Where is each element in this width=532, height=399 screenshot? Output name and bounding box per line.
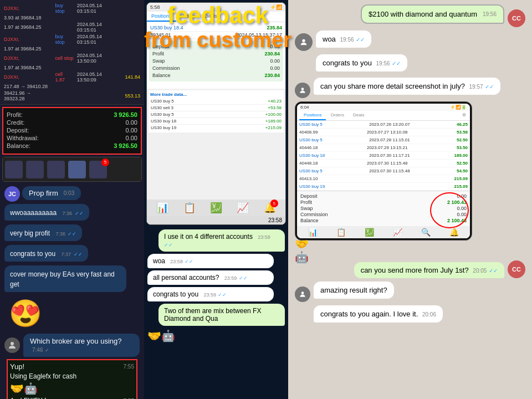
woa-text: wwoaaaaaaaaa <box>10 209 57 217</box>
balance-lbl2: Balance <box>152 73 171 78</box>
profit-box: Profit: 3 926.50 Credit: 0.00 Deposit: 0… <box>2 107 142 155</box>
broker-text: Which broker are you using? <box>30 337 121 345</box>
rchat-send-more-row: can you send more from July 1st? 20:05 ✓… <box>295 260 525 278</box>
msg-personal: all personal accounts? 23:59 ✓✓ <box>147 270 274 285</box>
msg-congrats2: congrats to you 23:59 ✓✓ <box>147 287 274 301</box>
nav-notify[interactable]: 🔔5 <box>264 202 276 214</box>
bigprofit-checks: ✓✓ <box>68 231 76 237</box>
rchat-congrats-again-text: congrats to you again. I love it. <box>320 310 418 318</box>
trading-table: DJXXr, buy stop 2024.05.14 03:15:01 3.93… <box>0 0 144 105</box>
rphone-signal: ⚡📶🔋 <box>450 105 467 110</box>
withdrawal-value: 0.00 <box>126 135 137 141</box>
rphone-settings[interactable]: ⚙ <box>461 111 468 120</box>
rchat-woa-checks: ✓✓ <box>356 37 365 43</box>
rnav-list[interactable]: 📋 <box>336 228 346 237</box>
svg-point-2 <box>301 88 304 90</box>
rphone-summary: Deposit 0.00 Profit 2 100.43 Swap 0.00 C… <box>297 191 470 226</box>
rnav-notify[interactable]: 🔔 <box>449 228 459 237</box>
commission-val: 0.00 <box>270 65 280 71</box>
rphone-nav: 📊 📋 💹 📈 🔍 🔔 <box>297 226 470 238</box>
svg-point-0 <box>11 342 14 345</box>
title-from-customer: from customer <box>144 28 291 52</box>
msg-row-bigprofit: very big profit 7:36 ✓✓ <box>4 224 140 243</box>
left-panel: DJXXr, buy stop 2024.05.14 03:15:01 3.93… <box>0 0 144 399</box>
trade-type3: cell stop <box>54 52 75 64</box>
rnav-history[interactable]: 📈 <box>393 228 402 237</box>
trade-pnl2: 553.13 <box>123 90 142 102</box>
emoji-row-bottom: 🤝🤖 <box>147 328 285 344</box>
commission-lbl: Commission <box>152 65 180 71</box>
msg-personal-text: all personal accounts? <box>153 274 219 282</box>
nav-chart[interactable]: 📊 <box>156 202 168 214</box>
bottom-box: Yup! 7:55 Using Eaglefx for cash 🤝🤖 And … <box>7 359 137 399</box>
rsum-commission: Commission 0.00 <box>300 212 467 217</box>
rphone-tab-orders[interactable]: Orders <box>326 111 348 120</box>
rchat-amazing-row: amazing result right? <box>295 282 525 302</box>
msg-personal-time: 23:59 <box>224 275 237 281</box>
rphone-inner: 6:04 ⚡📶🔋 Positions Orders Deals ⚙ US30 b… <box>297 104 470 238</box>
balance-label: Balance: <box>7 142 30 149</box>
broker-row: Which broker are you using? 7:46 ✓ <box>4 334 140 357</box>
video-thumbnail[interactable]: 5 0:03 <box>2 157 142 182</box>
swap-val: 0.00 <box>270 58 280 64</box>
rnav-trade[interactable]: 💹 <box>365 228 374 237</box>
rphone-tab-positions[interactable]: Positions <box>299 111 326 120</box>
avatar-jc: JC <box>4 186 20 202</box>
trade-price2: 1.97 at 39684.25 <box>2 21 54 33</box>
msg-row-congrats: congrats to you 7:37 ✓✓ <box>4 245 140 263</box>
rchat-send-more-checks: ✓✓ <box>489 268 498 274</box>
avatar-cc-right: CC <box>508 9 525 27</box>
left-chat: JC Prop firm 0:03 wwoaaaaaaaaa 7:36 ✓✓ v… <box>0 184 144 399</box>
bigprofit-text: very big profit <box>10 229 50 237</box>
balance-value: 3 926.50 <box>114 142 137 149</box>
rsum-swap: Swap 0.00 <box>300 206 467 211</box>
trade-info: 3.93 at 39684.18 <box>2 14 54 21</box>
rchat-congrats-text: congrats to you <box>323 59 372 67</box>
heart-eyes-emoji: 😍 <box>4 296 47 331</box>
rchat-share-row: can you share more detail screenshot in … <box>295 78 525 98</box>
rnav-chart[interactable]: 📊 <box>308 228 318 237</box>
avatar-user <box>4 337 20 353</box>
yup-time: 7:55 <box>124 364 134 370</box>
woa-time: 7:36 <box>63 211 73 216</box>
trade-sym3: DJXXr, <box>2 52 54 64</box>
rchat-send-more-bubble: can you send more from July 1st? 20:05 ✓… <box>354 262 504 278</box>
trade-type: buy stop <box>54 2 75 14</box>
profit-label: Profit: <box>7 111 23 118</box>
trade-date5: 2024.05.14 13:50:09 <box>75 71 124 83</box>
rphone-row-3b: 40448.18 2023.07.30 11:15.48 52.50 <box>297 160 470 167</box>
rchat-share-bubble: can you share more detail screenshot in … <box>314 78 500 95</box>
rnav-search[interactable]: 🔍 <box>421 228 431 237</box>
msg-mix-text: Two of them are mix between FX Diamond a… <box>164 307 261 323</box>
credit-value: 0.00 <box>126 119 137 126</box>
trade-range: 217.48 → 39410.28 <box>2 83 54 90</box>
header-time: 19:56 <box>483 11 497 17</box>
msg-congrats2-text: congrats to you <box>153 290 198 298</box>
msg-row-woa: wwoaaaaaaaaa 7:36 ✓✓ <box>4 204 140 222</box>
rchat-send-more-time: 20:05 <box>473 268 487 274</box>
eaglefx-emojis: 🤝🤖 <box>10 382 134 395</box>
nav-list[interactable]: 📋 <box>183 202 196 214</box>
woa-bubble: wwoaaaaaaaaa 7:36 ✓✓ <box>4 204 89 221</box>
right-panel: $2100 with diamond and quantum 19:56 CC … <box>288 0 532 399</box>
broker-bubble: Which broker are you using? 7:46 ✓ <box>23 334 140 357</box>
congrats-text: congrats to you <box>10 250 55 258</box>
rphone-tab-deals[interactable]: Deals <box>349 111 369 120</box>
rphone-row-3: US30 buy 18 2023.07.30 11:17.21 189.00 <box>297 152 470 160</box>
nav-history[interactable]: 📈 <box>237 202 249 214</box>
msg-4accounts-text: I use it on 4 different accounts <box>164 233 253 241</box>
trade-date2: 2024.05.14 03:15:01 <box>75 21 124 33</box>
trade-date: 2024.05.14 03:15:01 <box>75 2 124 14</box>
msg-4accounts-checks: ✓✓ <box>164 242 173 248</box>
trade-price <box>123 2 142 14</box>
nav-trade[interactable]: 💹 <box>210 202 222 214</box>
rsum-balance: Balance 2 100.43 <box>300 218 467 223</box>
rphone-time: 6:04 <box>300 105 309 110</box>
profit-value: 3 926.50 <box>114 111 137 118</box>
trade-price3: 1.97 at 39684.25 <box>2 45 54 52</box>
bigprofit-time: 7:36 <box>55 231 65 237</box>
trade-symbol: DJXXr, <box>2 2 54 14</box>
rchat-share-time: 19:57 <box>469 84 483 90</box>
cover-bubble: cover money buy EAs very fast and get <box>4 265 126 292</box>
rchat-congrats-again-time: 20:06 <box>422 311 436 318</box>
